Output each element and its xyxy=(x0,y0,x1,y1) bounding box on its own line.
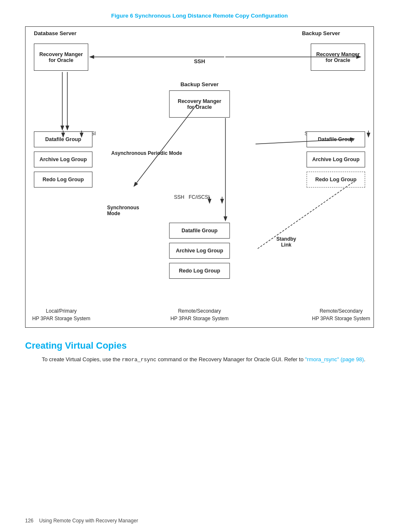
diagram: Database Server Backup Server Recovery M… xyxy=(25,26,374,328)
section-heading: Creating Virtual Copies xyxy=(25,340,374,351)
rmora-rsync-link[interactable]: "rmora_rsync" (page 98) xyxy=(305,356,364,362)
page-footer: 126 Using Remote Copy with Recovery Mana… xyxy=(25,518,138,524)
redolog-right-box: Redo Log Group xyxy=(307,172,365,188)
code-command: rmora_rsync xyxy=(122,357,156,363)
backup-server-label-top: Backup Server xyxy=(302,30,340,36)
sync-label: SynchronousMode xyxy=(107,205,139,216)
ssh-top-label: SSH xyxy=(194,58,205,64)
datafile-center-box: Datafile Group xyxy=(169,223,230,239)
page-number: 126 xyxy=(25,518,33,524)
figure-title: Figure 6 Synchronous Long Distance Remot… xyxy=(25,13,374,19)
body-text-3: . xyxy=(364,356,366,362)
archivelog-right-box: Archive Log Group xyxy=(307,152,365,167)
body-text-1: To create Virtual Copies, use the xyxy=(42,356,122,362)
datafile-right-box: Datafile Group xyxy=(307,131,365,147)
rm-right-box: Recovery Mangerfor Oracle xyxy=(311,44,365,71)
page-label: Using Remote Copy with Recovery Manager xyxy=(39,518,138,524)
standby-link-label: StandbyLink xyxy=(276,236,296,248)
datafile-left-box: Datafile Group xyxy=(34,131,92,147)
section-body: To create Virtual Copies, use the rmora_… xyxy=(42,355,374,364)
body-text-2: command or the Recovery Manager for Orac… xyxy=(156,356,305,362)
rm-left-box: Recovery Mangerfor Oracle xyxy=(34,44,88,71)
local-label: Local/PrimaryHP 3PAR Storage System xyxy=(32,307,90,322)
ssh-center-label: SSH xyxy=(174,194,184,200)
async-label: Asynchronous Periodic Mode xyxy=(111,150,182,156)
rm-center-box: Recovery Mangerfor Oracle xyxy=(169,90,230,118)
remote-label-right: Remote/SecondaryHP 3PAR Storage System xyxy=(312,307,370,322)
archivelog-center-box: Archive Log Group xyxy=(169,243,230,259)
svg-line-14 xyxy=(258,182,354,249)
fc-iscsi-center-label: FC/iSCSI xyxy=(189,194,210,200)
remote-label-center: Remote/SecondaryHP 3PAR Storage System xyxy=(171,307,229,322)
archivelog-left-box: Archive Log Group xyxy=(34,152,92,167)
redolog-center-box: Redo Log Group xyxy=(169,263,230,279)
center-backup-label: Backup Server xyxy=(180,81,218,87)
redolog-left-box: Redo Log Group xyxy=(34,172,92,188)
db-server-label: Database Server xyxy=(34,30,77,36)
